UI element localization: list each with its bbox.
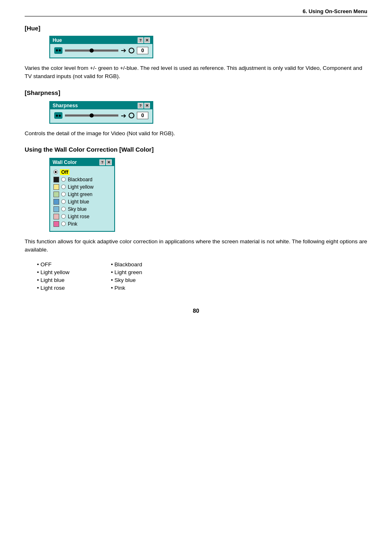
wallcolor-radio-lightrose bbox=[61, 214, 66, 219]
page-header: 6. Using On-Screen Menu bbox=[25, 8, 367, 16]
wallcolor-swatch-pink bbox=[53, 221, 59, 227]
wallcolor-radio-lightgreen bbox=[61, 192, 66, 196]
wallcolor-bullet-grid: • OFF • Blackboard • Light yellow • Ligh… bbox=[37, 261, 367, 291]
sharpness-body: ➔ 0 bbox=[50, 109, 152, 123]
bullet-pink: • Pink bbox=[111, 285, 193, 291]
header-text: 6. Using On-Screen Menu bbox=[303, 8, 367, 14]
sharpness-help-icon: ? bbox=[138, 103, 143, 108]
sharpness-heading: [Sharpness] bbox=[25, 89, 367, 96]
hue-slider-arrow: ➔ bbox=[121, 46, 126, 54]
wallcolor-radio-off bbox=[53, 170, 58, 174]
bullet-skyblue: • Sky blue bbox=[111, 277, 193, 283]
bullet-lightgreen: • Light green bbox=[111, 269, 193, 275]
wallcolor-body: Off Blackboard Light yellow Light green bbox=[50, 166, 114, 231]
wallcolor-radio-lightblue bbox=[61, 199, 66, 204]
bullet-lightblue: • Light blue bbox=[37, 277, 111, 283]
sharpness-close-icon: ✕ bbox=[144, 103, 150, 108]
wallcolor-label-lightrose: Light rose bbox=[68, 214, 90, 219]
sharpness-dialog: Sharpness ? ✕ ➔ 0 bbox=[49, 101, 153, 124]
wallcolor-swatch-lightblue bbox=[53, 199, 59, 205]
wallcolor-item-blackboard[interactable]: Blackboard bbox=[53, 176, 111, 183]
wallcolor-label-blackboard: Blackboard bbox=[68, 177, 92, 182]
wallcolor-label-skyblue: Sky blue bbox=[68, 206, 87, 212]
bullet-off: • OFF bbox=[37, 261, 111, 268]
wallcolor-help-icon: ? bbox=[99, 159, 105, 165]
hue-titlebar: Hue ? ✕ bbox=[50, 37, 152, 44]
hue-slider-row: ➔ 0 bbox=[54, 46, 148, 54]
wallcolor-item-off[interactable]: Off bbox=[53, 169, 111, 176]
sharpness-section: [Sharpness] Sharpness ? ✕ bbox=[25, 89, 367, 138]
hue-close-icon: ✕ bbox=[144, 37, 150, 43]
hue-body: ➔ 0 bbox=[50, 44, 152, 58]
bullet-lightyellow: • Light yellow bbox=[37, 269, 111, 275]
sharpness-slider-row: ➔ 0 bbox=[54, 112, 148, 120]
wallcolor-label-lightblue: Light blue bbox=[68, 199, 89, 205]
wallcolor-swatch-lightgreen bbox=[53, 192, 59, 197]
wallcolor-item-skyblue[interactable]: Sky blue bbox=[53, 205, 111, 213]
hue-title-icons: ? ✕ bbox=[138, 37, 150, 43]
wallcolor-titlebar: Wall Color ? ✕ bbox=[50, 159, 114, 166]
wallcolor-title-icons: ? ✕ bbox=[99, 159, 112, 165]
sharpness-titlebar: Sharpness ? ✕ bbox=[50, 102, 152, 109]
wallcolor-label-off: Off bbox=[60, 169, 69, 175]
wallcolor-item-pink[interactable]: Pink bbox=[53, 220, 111, 228]
sharpness-slider-track[interactable] bbox=[65, 114, 118, 117]
hue-title-label: Hue bbox=[53, 37, 62, 43]
wallcolor-heading: Using the Wall Color Correction [Wall Co… bbox=[25, 146, 367, 153]
wallcolor-swatch-lightrose bbox=[53, 214, 59, 219]
hue-heading: [Hue] bbox=[25, 25, 367, 32]
sharpness-title-label: Sharpness bbox=[53, 103, 78, 108]
wallcolor-radio-blackboard bbox=[61, 177, 66, 182]
sharpness-slider-circle bbox=[129, 113, 134, 118]
wallcolor-description1: This function allows for quick adaptive … bbox=[25, 238, 367, 254]
hue-dialog: Hue ? ✕ ➔ 0 bbox=[49, 36, 153, 58]
wallcolor-radio-pink bbox=[61, 222, 66, 226]
wallcolor-item-lightyellow[interactable]: Light yellow bbox=[53, 183, 111, 191]
wallcolor-swatch-blackboard bbox=[53, 177, 59, 182]
wallcolor-item-lightgreen[interactable]: Light green bbox=[53, 191, 111, 198]
wallcolor-label-lightgreen: Light green bbox=[68, 192, 92, 197]
bullet-lightrose: • Light rose bbox=[37, 285, 111, 291]
wallcolor-swatch-lightyellow bbox=[53, 184, 59, 190]
hue-slider-circle bbox=[129, 48, 134, 53]
wallcolor-label-pink: Pink bbox=[68, 221, 77, 227]
hue-value-box: 0 bbox=[137, 47, 148, 54]
sharpness-slider-left-icon bbox=[54, 112, 62, 119]
wallcolor-title-label: Wall Color bbox=[53, 159, 77, 165]
sharpness-slider-arrow: ➔ bbox=[121, 112, 126, 120]
hue-slider-left-icon bbox=[54, 47, 62, 54]
wallcolor-swatch-skyblue bbox=[53, 206, 59, 212]
wallcolor-dialog: Wall Color ? ✕ Off Blackboard Light bbox=[49, 158, 115, 232]
wallcolor-item-lightrose[interactable]: Light rose bbox=[53, 213, 111, 220]
wallcolor-close-icon: ✕ bbox=[106, 159, 112, 165]
wallcolor-label-lightyellow: Light yellow bbox=[68, 184, 94, 190]
sharpness-value-box: 0 bbox=[137, 112, 148, 119]
hue-section: [Hue] Hue ? ✕ ➔ bbox=[25, 25, 367, 81]
hue-help-icon: ? bbox=[138, 37, 143, 43]
wallcolor-item-lightblue[interactable]: Light blue bbox=[53, 198, 111, 205]
bullet-blackboard: • Blackboard bbox=[111, 261, 193, 268]
wallcolor-section: Using the Wall Color Correction [Wall Co… bbox=[25, 146, 367, 291]
wallcolor-radio-lightyellow bbox=[61, 185, 66, 189]
wallcolor-radio-skyblue bbox=[61, 207, 66, 211]
sharpness-description: Controls the detail of the image for Vid… bbox=[25, 129, 367, 138]
sharpness-title-icons: ? ✕ bbox=[138, 103, 150, 108]
hue-slider-track[interactable] bbox=[65, 49, 118, 52]
hue-description: Varies the color level from +/- green to… bbox=[25, 64, 367, 81]
page-number: 80 bbox=[25, 307, 367, 314]
